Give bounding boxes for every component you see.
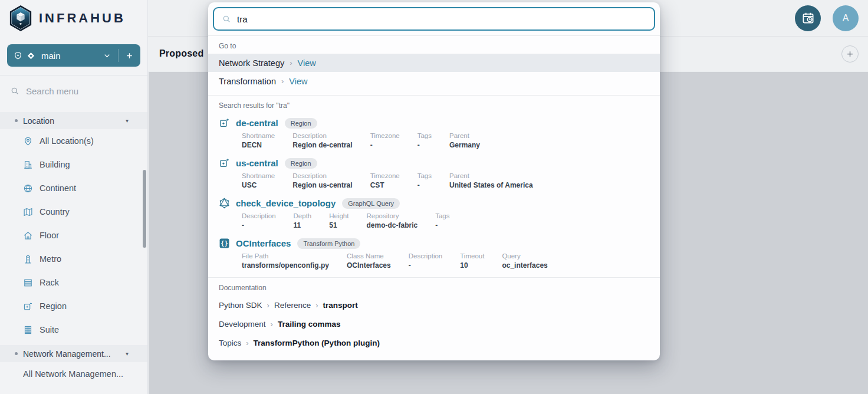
sidebar-item-country[interactable]: Country: [0, 200, 147, 224]
result-field-tags: Tags-: [417, 132, 432, 149]
field-value: Germany: [449, 141, 480, 149]
sidebar-scrollbar[interactable]: [143, 170, 146, 248]
result-header: de-centralRegion: [219, 117, 649, 129]
sidebar-item-label: All Location(s): [40, 136, 94, 146]
create-branch-button[interactable]: [125, 51, 134, 60]
field-label: Parent: [449, 132, 480, 139]
field-value: -: [409, 261, 443, 270]
sidebar-item-suite[interactable]: Suite: [0, 318, 147, 342]
result-field-description: DescriptionRegion us-central: [292, 172, 352, 189]
search-icon: [10, 86, 19, 96]
result-title-link[interactable]: check_device_topology: [236, 198, 336, 208]
field-label: Shortname: [242, 172, 275, 179]
add-button[interactable]: [841, 45, 859, 63]
result-header: us-centralRegion: [219, 157, 649, 169]
goto-item-network-strategy[interactable]: Network Strategy›View: [208, 54, 660, 72]
field-label: File Path: [242, 252, 329, 260]
result-field-timezone: TimezoneCST: [370, 172, 400, 189]
field-value: demo-dc-fabric: [366, 221, 417, 229]
field-label: Timeout: [460, 252, 484, 260]
shield-icon: [14, 51, 22, 60]
result-title-link[interactable]: de-central: [236, 118, 278, 128]
sidebar-search-input[interactable]: [26, 86, 137, 96]
result-title-link[interactable]: us-central: [236, 158, 278, 168]
region-icon: [219, 117, 230, 129]
sidebar-group-location[interactable]: Location▾: [0, 112, 147, 129]
brand-name: INFRAHUB: [39, 11, 126, 26]
field-label: Depth: [294, 212, 312, 219]
branch-box-icon: [27, 51, 35, 60]
field-label: Timezone: [370, 172, 400, 179]
search-result-check-device-topology[interactable]: check_device_topologyGraphQL QueryDescri…: [208, 193, 660, 234]
user-avatar[interactable]: A: [833, 5, 859, 31]
field-value: DECN: [242, 141, 275, 149]
sidebar-item-floor[interactable]: Floor: [0, 224, 147, 247]
time-travel-button[interactable]: [795, 5, 821, 31]
view-link[interactable]: View: [298, 58, 316, 68]
sidebar-item-metro[interactable]: Metro: [0, 247, 147, 271]
field-label: Height: [329, 212, 348, 219]
field-value: Region de-central: [292, 141, 352, 149]
result-field-tags: Tags-: [435, 212, 449, 229]
view-link[interactable]: View: [289, 77, 307, 86]
sidebar-search[interactable]: [0, 75, 147, 106]
field-label: Description: [292, 172, 352, 179]
sidebar-nav: Location▾All Location(s)BuildingContinen…: [0, 106, 147, 394]
modal-search-box[interactable]: [213, 7, 655, 31]
goto-section: Go to Network Strategy›ViewTransformatio…: [208, 36, 660, 90]
documentation-section-label: Documentation: [208, 278, 660, 296]
result-title-link[interactable]: OCInterfaces: [236, 238, 291, 248]
doc-path-segment: Development: [219, 320, 266, 329]
result-field-parent: ParentGermany: [449, 132, 480, 149]
sidebar-item-continent[interactable]: Continent: [0, 176, 147, 200]
sidebar-group-label: Network Management...: [23, 349, 111, 359]
field-value: 10: [460, 261, 484, 270]
current-branch-label: main: [41, 51, 61, 61]
python-transform-icon: {}: [219, 238, 230, 249]
calendar-clock-icon: [801, 11, 815, 25]
doc-path-segment: Reference: [274, 301, 311, 310]
chevron-down-icon[interactable]: [103, 51, 111, 60]
sidebar-item-label: Country: [40, 207, 70, 216]
chevron-right-icon: ›: [267, 301, 269, 310]
plus-icon: [846, 50, 854, 58]
results-section-label: Search results for "tra": [208, 96, 660, 113]
doc-target: transport: [323, 301, 358, 310]
chevron-right-icon: ›: [271, 320, 273, 329]
sidebar-item-label: Floor: [40, 231, 59, 240]
sidebar-group-label: Location: [23, 116, 54, 126]
search-result-us-central[interactable]: us-centralRegionShortnameUSCDescriptionR…: [208, 153, 660, 193]
sidebar-item-region[interactable]: Region: [0, 294, 147, 318]
result-field-height: Height51: [329, 212, 348, 229]
branch-selector-button[interactable]: main: [7, 44, 140, 67]
sidebar-item-building[interactable]: Building: [0, 153, 147, 176]
goto-item-transformation[interactable]: Transformation›View: [208, 72, 660, 90]
results-section: Search results for "tra" de-centralRegio…: [208, 96, 660, 277]
sidebar-group-network-management[interactable]: Network Management...▾: [0, 345, 147, 362]
building-icon: [23, 160, 33, 170]
field-value: USC: [242, 181, 275, 189]
result-fields: ShortnameDECNDescriptionRegion de-centra…: [219, 132, 649, 149]
sidebar-item-all-location-s[interactable]: All Location(s): [0, 129, 147, 153]
search-result-ocinterfaces[interactable]: {}OCInterfacesTransform PythonFile Patht…: [208, 234, 660, 274]
sidebar-item-label: Continent: [40, 183, 76, 193]
field-label: Repository: [366, 212, 417, 219]
sidebar-item-all-network-managemen[interactable]: All Network Managemen...: [0, 362, 147, 386]
doc-item-trailing-commas[interactable]: Development›Trailing commas: [208, 314, 660, 333]
search-result-de-central[interactable]: de-centralRegionShortnameDECNDescription…: [208, 113, 660, 153]
map-icon: [23, 207, 33, 217]
result-field-timeout: Timeout10: [460, 252, 484, 270]
field-label: Description: [242, 212, 276, 219]
search-modal: Go to Network Strategy›ViewTransformatio…: [208, 2, 660, 360]
modal-search-input[interactable]: [237, 14, 646, 24]
field-label: Query: [502, 252, 547, 260]
doc-path-segment: Topics: [219, 339, 241, 347]
result-fields: ShortnameUSCDescriptionRegion us-central…: [219, 172, 649, 189]
doc-target: TransformPython (Python plugin): [254, 339, 380, 347]
doc-item-transport[interactable]: Python SDK›Reference›transport: [208, 296, 660, 314]
sidebar-item-label: Metro: [40, 254, 61, 264]
sidebar-item-rack[interactable]: Rack: [0, 271, 147, 294]
rack-icon: [23, 278, 33, 288]
app-logo[interactable]: INFRAHUB: [0, 0, 147, 37]
doc-item-transformpython-python-plugin[interactable]: Topics›TransformPython (Python plugin): [208, 333, 660, 352]
